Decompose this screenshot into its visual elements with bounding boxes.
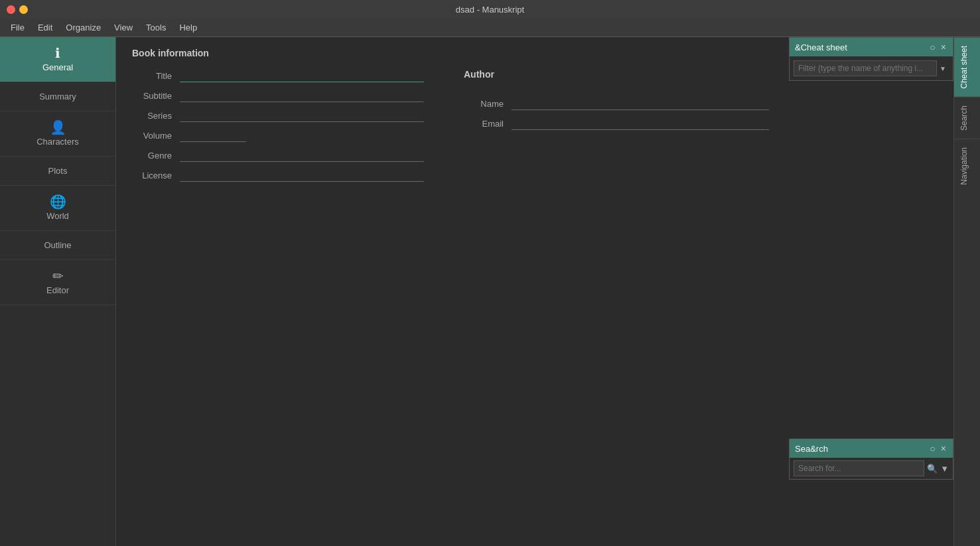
search-options-button[interactable]: ▼: [940, 464, 949, 474]
author-email-label: Email: [464, 119, 504, 129]
cheat-sheet-filter-input[interactable]: [794, 60, 937, 76]
author-fields-col: Author Name Email: [464, 69, 769, 182]
genre-field-row: Genre: [132, 149, 424, 162]
sidebar-label-general: General: [42, 62, 73, 72]
genre-input[interactable]: [180, 149, 424, 162]
cheat-sheet-header: &Cheat sheet ○ ×: [790, 38, 953, 56]
window-title: dsad - Manuskript: [456, 5, 524, 15]
menu-tools[interactable]: Tools: [141, 21, 171, 34]
title-input[interactable]: [180, 69, 424, 82]
series-field-row: Series: [132, 109, 424, 122]
search-minimize-btn[interactable]: ○: [928, 444, 936, 453]
cheat-sheet-content: ▼: [790, 56, 953, 80]
info-icon: ℹ: [55, 46, 60, 60]
subtitle-field-row: Subtitle: [132, 89, 424, 102]
author-name-input[interactable]: [512, 97, 769, 110]
sidebar-item-world[interactable]: 🌐 World: [0, 186, 115, 231]
sidebar-item-plots[interactable]: Plots: [0, 157, 115, 186]
right-vertical-tabs: Cheat sheet Search Navigation: [953, 37, 980, 546]
search-input-row: 🔍 ▼: [790, 458, 953, 479]
search-header: Sea&rch ○ ×: [790, 439, 953, 458]
volume-field-row: Volume: [132, 129, 424, 142]
cheat-sheet-minimize-btn[interactable]: ○: [928, 42, 936, 52]
title-field-row: Title: [132, 69, 424, 82]
sidebar: ℹ General Summary 👤 Characters Plots 🌐 W…: [0, 37, 116, 546]
subtitle-input[interactable]: [180, 89, 424, 102]
search-close-btn[interactable]: ×: [940, 444, 947, 453]
cheat-sheet-title: &Cheat sheet: [795, 42, 847, 52]
main-layout: ℹ General Summary 👤 Characters Plots 🌐 W…: [0, 37, 980, 546]
traffic-lights: [7, 5, 28, 14]
author-email-input[interactable]: [512, 117, 769, 130]
sidebar-label-summary: Summary: [39, 92, 76, 102]
fields-row: Title Subtitle Series Volume: [132, 69, 964, 182]
content-area: Book information Title Subtitle Series: [116, 37, 980, 546]
author-name-label: Name: [464, 99, 504, 109]
subtitle-label: Subtitle: [132, 91, 172, 101]
series-label: Series: [132, 111, 172, 121]
menu-file[interactable]: File: [5, 21, 30, 34]
series-input[interactable]: [180, 109, 424, 122]
sidebar-label-world: World: [46, 211, 69, 221]
minimize-button[interactable]: [19, 5, 28, 14]
search-panel: Sea&rch ○ × 🔍 ▼: [789, 439, 953, 480]
search-title: Sea&rch: [795, 444, 828, 454]
globe-icon: 🌐: [50, 195, 66, 208]
menu-view[interactable]: View: [109, 21, 138, 34]
sidebar-item-characters[interactable]: 👤 Characters: [0, 111, 115, 157]
close-button[interactable]: [7, 5, 15, 14]
author-name-field-row: Name: [464, 97, 769, 110]
person-icon: 👤: [50, 121, 66, 134]
author-heading: Author: [464, 69, 769, 80]
title-label: Title: [132, 71, 172, 81]
pencil-icon: ✏: [52, 269, 64, 283]
search-input[interactable]: [794, 460, 924, 476]
author-email-field-row: Email: [464, 117, 769, 130]
sidebar-label-outline: Outline: [44, 240, 71, 250]
sidebar-item-general[interactable]: ℹ General: [0, 37, 115, 82]
titlebar: dsad - Manuskript: [0, 0, 980, 19]
sidebar-item-outline[interactable]: Outline: [0, 231, 115, 260]
license-input[interactable]: [180, 169, 424, 182]
genre-label: Genre: [132, 151, 172, 161]
sidebar-item-editor[interactable]: ✏ Editor: [0, 260, 115, 305]
menubar: File Edit Organize View Tools Help: [0, 19, 980, 37]
license-field-row: License: [132, 169, 424, 182]
sidebar-label-editor: Editor: [46, 285, 69, 295]
tab-search[interactable]: Search: [954, 97, 980, 139]
menu-help[interactable]: Help: [174, 21, 202, 34]
menu-organize[interactable]: Organize: [60, 21, 106, 34]
volume-label: Volume: [132, 131, 172, 141]
sidebar-label-characters: Characters: [36, 137, 79, 147]
book-fields-col: Title Subtitle Series Volume: [132, 69, 424, 182]
license-label: License: [132, 171, 172, 180]
cheat-sheet-panel: &Cheat sheet ○ × ▼: [789, 37, 953, 81]
filter-arrow-icon[interactable]: ▼: [937, 65, 949, 72]
cheat-sheet-close-btn[interactable]: ×: [940, 42, 947, 52]
cheat-sheet-controls: ○ ×: [928, 42, 947, 52]
filter-row: ▼: [794, 60, 949, 76]
search-go-button[interactable]: 🔍: [927, 464, 938, 474]
volume-input[interactable]: [180, 129, 246, 142]
tab-cheat-sheet[interactable]: Cheat sheet: [954, 37, 980, 97]
tab-navigation[interactable]: Navigation: [954, 139, 980, 193]
search-controls: ○ ×: [928, 444, 947, 453]
menu-edit[interactable]: Edit: [33, 21, 58, 34]
sidebar-item-summary[interactable]: Summary: [0, 82, 115, 111]
sidebar-label-plots: Plots: [48, 166, 68, 176]
